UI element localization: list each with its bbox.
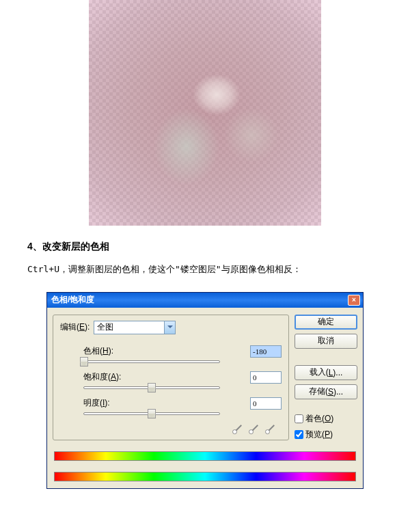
lightness-input[interactable]: [250, 397, 282, 410]
ok-button[interactable]: 确定: [295, 315, 357, 330]
hue-saturation-dialog: 色相/饱和度 × 编辑(E): 全图 色相(H):: [46, 292, 364, 489]
step-title: 4、改变新层的色相: [27, 241, 383, 253]
cancel-button[interactable]: 取消: [295, 334, 357, 349]
hue-input[interactable]: [250, 345, 282, 358]
dialog-main-panel: 编辑(E): 全图 色相(H): 饱和度(A):: [53, 315, 289, 440]
dialog-title: 色相/饱和度: [51, 294, 94, 306]
saturation-slider[interactable]: [83, 386, 220, 389]
load-button[interactable]: 载入(L)...: [295, 365, 357, 380]
hue-gradient-output: [54, 472, 356, 481]
preview-checkbox-row[interactable]: 预览(P): [295, 429, 357, 440]
hue-slider[interactable]: [83, 360, 220, 363]
eyedropper-add-icon[interactable]: [250, 423, 260, 433]
preview-checkbox[interactable]: [295, 430, 303, 439]
close-icon[interactable]: ×: [348, 295, 360, 306]
save-button[interactable]: 存储(S)...: [295, 384, 357, 399]
step-description: Ctrl+U，调整新图层的色相，使这个"镂空图层"与原图像色相相反：: [27, 263, 383, 277]
hue-gradient-input: [54, 451, 356, 461]
dialog-button-panel: 确定 取消 载入(L)... 存储(S)... 着色(O) 预览(P): [295, 315, 357, 440]
eyedropper-icon[interactable]: [234, 423, 243, 433]
edit-label: 编辑(E):: [60, 321, 90, 333]
saturation-input[interactable]: [250, 371, 282, 384]
preview-label: 预览(P): [305, 429, 333, 440]
colorize-checkbox[interactable]: [295, 414, 303, 423]
lightness-slider[interactable]: [83, 412, 220, 415]
colorize-label: 着色(O): [305, 413, 333, 425]
hue-label: 色相(H):: [83, 345, 152, 357]
colorize-checkbox-row[interactable]: 着色(O): [295, 413, 357, 425]
saturation-label: 饱和度(A):: [83, 371, 152, 383]
transparency-preview-image: [89, 0, 321, 226]
edit-dropdown-value: 全图: [94, 321, 164, 333]
saturation-slider-thumb[interactable]: [148, 383, 156, 393]
edit-dropdown[interactable]: 全图: [94, 321, 176, 334]
eyedropper-subtract-icon[interactable]: [266, 423, 276, 433]
dialog-titlebar[interactable]: 色相/饱和度 ×: [47, 293, 363, 308]
lightness-slider-thumb[interactable]: [148, 409, 156, 418]
hue-slider-thumb[interactable]: [80, 357, 88, 367]
lightness-label: 明度(I):: [83, 397, 152, 409]
eyedropper-group: [60, 423, 282, 433]
chevron-down-icon[interactable]: [164, 321, 175, 334]
